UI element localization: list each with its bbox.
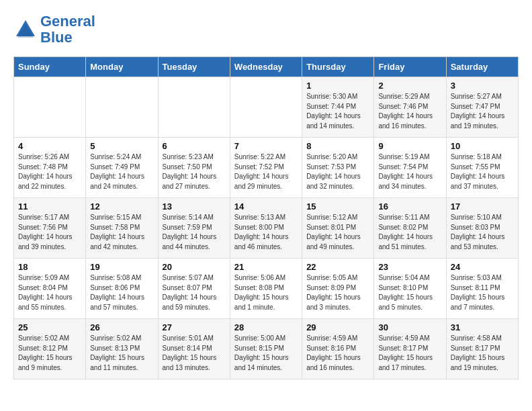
- day-number: 3: [451, 81, 514, 91]
- calendar-cell: 23Sunrise: 5:04 AM Sunset: 8:10 PM Dayli…: [374, 259, 446, 319]
- calendar-cell: 29Sunrise: 4:59 AM Sunset: 8:16 PM Dayli…: [302, 319, 374, 379]
- calendar-cell: 26Sunrise: 5:02 AM Sunset: 8:13 PM Dayli…: [86, 319, 158, 379]
- day-number: 7: [234, 141, 298, 151]
- day-number: 9: [378, 141, 441, 151]
- calendar-cell: 18Sunrise: 5:09 AM Sunset: 8:04 PM Dayli…: [14, 259, 86, 319]
- day-info: Sunrise: 5:07 AM Sunset: 8:07 PM Dayligh…: [163, 273, 226, 312]
- calendar-cell: 28Sunrise: 5:00 AM Sunset: 8:15 PM Dayli…: [230, 319, 302, 379]
- day-header-monday: Monday: [86, 57, 158, 77]
- day-number: 28: [234, 322, 298, 332]
- day-header-wednesday: Wednesday: [230, 57, 302, 77]
- logo: GeneralBlue: [13, 13, 95, 46]
- day-header-tuesday: Tuesday: [158, 57, 230, 77]
- calendar-cell: 16Sunrise: 5:11 AM Sunset: 8:02 PM Dayli…: [374, 198, 446, 259]
- calendar-cell: 21Sunrise: 5:06 AM Sunset: 8:08 PM Dayli…: [230, 259, 302, 319]
- calendar-table: SundayMondayTuesdayWednesdayThursdayFrid…: [13, 56, 519, 379]
- calendar-cell: 1Sunrise: 5:30 AM Sunset: 7:44 PM Daylig…: [302, 77, 374, 138]
- day-number: 19: [90, 262, 153, 272]
- day-info: Sunrise: 5:29 AM Sunset: 7:46 PM Dayligh…: [378, 92, 441, 131]
- day-info: Sunrise: 5:13 AM Sunset: 8:00 PM Dayligh…: [234, 213, 298, 252]
- day-info: Sunrise: 5:27 AM Sunset: 7:47 PM Dayligh…: [451, 92, 514, 131]
- calendar-cell: 11Sunrise: 5:17 AM Sunset: 7:56 PM Dayli…: [14, 198, 86, 259]
- day-number: 26: [90, 322, 153, 332]
- day-info: Sunrise: 5:04 AM Sunset: 8:10 PM Dayligh…: [378, 273, 441, 312]
- day-number: 21: [234, 262, 298, 272]
- day-number: 29: [306, 322, 369, 332]
- day-info: Sunrise: 5:11 AM Sunset: 8:02 PM Dayligh…: [378, 213, 441, 252]
- day-info: Sunrise: 5:10 AM Sunset: 8:03 PM Dayligh…: [451, 213, 514, 252]
- day-info: Sunrise: 5:02 AM Sunset: 8:12 PM Dayligh…: [18, 334, 81, 373]
- day-number: 25: [18, 322, 81, 332]
- day-info: Sunrise: 5:00 AM Sunset: 8:15 PM Dayligh…: [234, 334, 298, 373]
- calendar-cell: 31Sunrise: 4:58 AM Sunset: 8:17 PM Dayli…: [446, 319, 518, 379]
- day-number: 10: [451, 141, 514, 151]
- calendar-cell: 3Sunrise: 5:27 AM Sunset: 7:47 PM Daylig…: [446, 77, 518, 138]
- calendar-cell: [86, 77, 158, 138]
- day-number: 24: [451, 262, 514, 272]
- day-info: Sunrise: 5:01 AM Sunset: 8:14 PM Dayligh…: [163, 334, 226, 373]
- day-number: 14: [234, 201, 298, 212]
- day-info: Sunrise: 5:30 AM Sunset: 7:44 PM Dayligh…: [306, 92, 369, 131]
- day-info: Sunrise: 4:59 AM Sunset: 8:16 PM Dayligh…: [306, 334, 369, 373]
- day-header-saturday: Saturday: [446, 57, 518, 77]
- day-number: 13: [163, 201, 226, 212]
- day-number: 2: [378, 81, 441, 91]
- day-info: Sunrise: 5:22 AM Sunset: 7:52 PM Dayligh…: [234, 152, 298, 191]
- calendar-cell: 27Sunrise: 5:01 AM Sunset: 8:14 PM Dayli…: [158, 319, 230, 379]
- day-number: 8: [306, 141, 369, 151]
- day-info: Sunrise: 5:26 AM Sunset: 7:48 PM Dayligh…: [18, 152, 81, 191]
- day-number: 20: [163, 262, 226, 272]
- calendar-cell: 22Sunrise: 5:05 AM Sunset: 8:09 PM Dayli…: [302, 259, 374, 319]
- day-info: Sunrise: 5:20 AM Sunset: 7:53 PM Dayligh…: [306, 152, 369, 191]
- day-info: Sunrise: 4:58 AM Sunset: 8:17 PM Dayligh…: [451, 334, 514, 373]
- day-info: Sunrise: 5:03 AM Sunset: 8:11 PM Dayligh…: [451, 273, 514, 312]
- day-info: Sunrise: 5:15 AM Sunset: 7:58 PM Dayligh…: [90, 213, 153, 252]
- day-info: Sunrise: 4:59 AM Sunset: 8:17 PM Dayligh…: [378, 334, 441, 373]
- calendar-cell: 15Sunrise: 5:12 AM Sunset: 8:01 PM Dayli…: [302, 198, 374, 259]
- day-info: Sunrise: 5:19 AM Sunset: 7:54 PM Dayligh…: [378, 152, 441, 191]
- day-number: 11: [18, 201, 81, 212]
- day-header-thursday: Thursday: [302, 57, 374, 77]
- calendar-cell: 19Sunrise: 5:08 AM Sunset: 8:06 PM Dayli…: [86, 259, 158, 319]
- calendar-cell: [230, 77, 302, 138]
- day-info: Sunrise: 5:18 AM Sunset: 7:55 PM Dayligh…: [451, 152, 514, 191]
- calendar-cell: 10Sunrise: 5:18 AM Sunset: 7:55 PM Dayli…: [446, 138, 518, 198]
- calendar-cell: [158, 77, 230, 138]
- page-header: GeneralBlue: [13, 13, 519, 46]
- day-header-friday: Friday: [374, 57, 446, 77]
- calendar-cell: 25Sunrise: 5:02 AM Sunset: 8:12 PM Dayli…: [14, 319, 86, 379]
- day-info: Sunrise: 5:24 AM Sunset: 7:49 PM Dayligh…: [90, 152, 153, 191]
- calendar-cell: 4Sunrise: 5:26 AM Sunset: 7:48 PM Daylig…: [14, 138, 86, 198]
- day-number: 5: [90, 141, 153, 151]
- calendar-cell: [14, 77, 86, 138]
- day-number: 12: [90, 201, 153, 212]
- day-number: 1: [306, 81, 369, 91]
- calendar-cell: 13Sunrise: 5:14 AM Sunset: 7:59 PM Dayli…: [158, 198, 230, 259]
- calendar-cell: 12Sunrise: 5:15 AM Sunset: 7:58 PM Dayli…: [86, 198, 158, 259]
- calendar-cell: 8Sunrise: 5:20 AM Sunset: 7:53 PM Daylig…: [302, 138, 374, 198]
- day-info: Sunrise: 5:08 AM Sunset: 8:06 PM Dayligh…: [90, 273, 153, 312]
- day-info: Sunrise: 5:14 AM Sunset: 7:59 PM Dayligh…: [163, 213, 226, 252]
- day-number: 6: [163, 141, 226, 151]
- logo-text: GeneralBlue: [40, 13, 95, 46]
- calendar-cell: 2Sunrise: 5:29 AM Sunset: 7:46 PM Daylig…: [374, 77, 446, 138]
- calendar-cell: 6Sunrise: 5:23 AM Sunset: 7:50 PM Daylig…: [158, 138, 230, 198]
- calendar-cell: 24Sunrise: 5:03 AM Sunset: 8:11 PM Dayli…: [446, 259, 518, 319]
- day-number: 31: [451, 322, 514, 332]
- day-info: Sunrise: 5:12 AM Sunset: 8:01 PM Dayligh…: [306, 213, 369, 252]
- calendar-cell: 5Sunrise: 5:24 AM Sunset: 7:49 PM Daylig…: [86, 138, 158, 198]
- day-number: 16: [378, 201, 441, 212]
- day-number: 17: [451, 201, 514, 212]
- calendar-cell: 9Sunrise: 5:19 AM Sunset: 7:54 PM Daylig…: [374, 138, 446, 198]
- day-number: 18: [18, 262, 81, 272]
- logo-icon: [13, 17, 38, 42]
- calendar-cell: 30Sunrise: 4:59 AM Sunset: 8:17 PM Dayli…: [374, 319, 446, 379]
- calendar-cell: 14Sunrise: 5:13 AM Sunset: 8:00 PM Dayli…: [230, 198, 302, 259]
- day-number: 15: [306, 201, 369, 212]
- day-number: 27: [163, 322, 226, 332]
- day-info: Sunrise: 5:09 AM Sunset: 8:04 PM Dayligh…: [18, 273, 81, 312]
- day-number: 30: [378, 322, 441, 332]
- day-info: Sunrise: 5:02 AM Sunset: 8:13 PM Dayligh…: [90, 334, 153, 373]
- day-info: Sunrise: 5:17 AM Sunset: 7:56 PM Dayligh…: [18, 213, 81, 252]
- day-info: Sunrise: 5:23 AM Sunset: 7:50 PM Dayligh…: [163, 152, 226, 191]
